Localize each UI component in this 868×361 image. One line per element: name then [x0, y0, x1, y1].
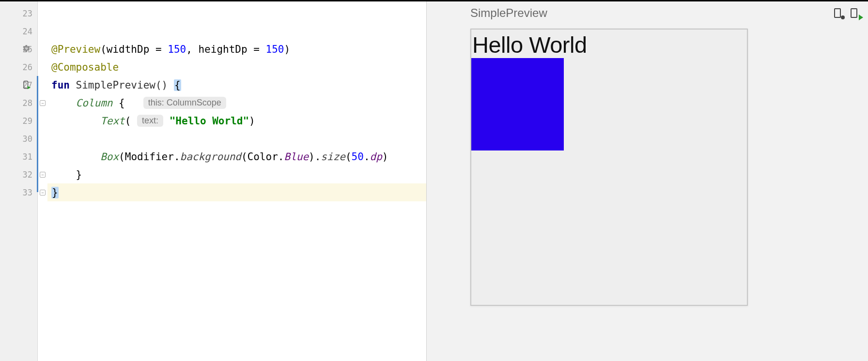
- deploy-preview-button[interactable]: [849, 8, 859, 18]
- gutter-row[interactable]: 32: [0, 165, 37, 183]
- code-line[interactable]: [47, 22, 426, 40]
- gutter-row[interactable]: 29: [0, 112, 37, 130]
- gutter-row[interactable]: 23: [0, 4, 37, 22]
- brace-match: }: [51, 187, 59, 198]
- code-line[interactable]: @Composable: [47, 58, 426, 76]
- code-line[interactable]: @Preview(widthDp = 150, heightDp = 150): [47, 40, 426, 58]
- code-line[interactable]: Column { this: ColumnScope: [47, 94, 426, 112]
- gutter-row[interactable]: 31: [0, 148, 37, 165]
- inlay-hint: text:: [137, 115, 163, 127]
- fold-handle-icon[interactable]: −: [40, 172, 46, 178]
- preview-text-hello: Hello World: [471, 30, 747, 58]
- compose-preview-pane: SimplePreview Hello World: [426, 1, 868, 361]
- preview-header: SimplePreview: [470, 6, 868, 20]
- preview-actions: [832, 8, 859, 18]
- editor-gutter[interactable]: 23 24 25 26 27 28 29 30 31 32 33: [0, 1, 38, 361]
- touch-icon: [841, 15, 845, 19]
- brace-match: {: [174, 79, 181, 91]
- gutter-row[interactable]: 30: [0, 130, 37, 148]
- annotation: @Preview: [51, 44, 100, 55]
- gear-icon[interactable]: [22, 44, 31, 54]
- preview-title: SimplePreview: [470, 6, 547, 20]
- code-line-current[interactable]: }: [47, 183, 426, 201]
- gutter-row[interactable]: 24: [0, 22, 37, 40]
- gutter-row[interactable]: 28: [0, 94, 37, 112]
- line-number: 24: [23, 27, 32, 36]
- line-number: 28: [23, 98, 32, 108]
- line-number: 31: [23, 152, 32, 162]
- line-number: 33: [23, 188, 32, 197]
- line-number: 26: [23, 62, 32, 72]
- gutter-row[interactable]: 33: [0, 183, 37, 201]
- code-line[interactable]: [47, 130, 426, 148]
- code-editor-pane: 23 24 25 26 27 28 29 30 31 32 33: [0, 1, 426, 361]
- fold-handle-icon[interactable]: −: [40, 190, 46, 196]
- run-preview-gutter-icon[interactable]: [22, 80, 31, 90]
- code-line[interactable]: }: [47, 165, 426, 183]
- code-line[interactable]: Box(Modifier.background(Color.Blue).size…: [47, 148, 426, 165]
- annotation: @Composable: [51, 61, 119, 73]
- code-line[interactable]: Text( text: "Hello World"): [47, 112, 426, 130]
- preview-blue-box: [471, 58, 564, 150]
- preview-canvas[interactable]: Hello World: [470, 29, 748, 306]
- fold-handle-icon[interactable]: −: [40, 100, 46, 106]
- code-text-area[interactable]: @Preview(widthDp = 150, heightDp = 150) …: [47, 1, 426, 361]
- line-number: 30: [23, 134, 32, 144]
- line-number: 23: [23, 9, 32, 18]
- play-icon: [859, 15, 863, 20]
- interactive-preview-button[interactable]: [832, 8, 843, 18]
- gutter-row[interactable]: 27: [0, 76, 37, 94]
- gutter-row[interactable]: 25: [0, 40, 37, 58]
- main-split: 23 24 25 26 27 28 29 30 31 32 33: [0, 1, 868, 361]
- code-line[interactable]: [47, 4, 426, 22]
- line-number: 32: [23, 170, 32, 180]
- fold-column: − − −: [38, 1, 47, 361]
- inlay-hint: this: ColumnScope: [143, 97, 226, 109]
- gutter-row[interactable]: 26: [0, 58, 37, 76]
- svg-rect-0: [24, 81, 28, 88]
- svg-marker-1: [28, 86, 31, 89]
- code-line[interactable]: fun SimplePreview() {: [47, 76, 426, 94]
- change-marker: [37, 76, 38, 192]
- line-number: 29: [23, 116, 32, 126]
